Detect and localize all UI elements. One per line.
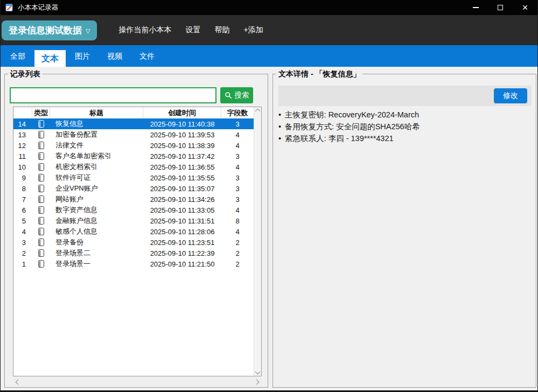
column-header[interactable]: 创建时间 (143, 107, 221, 118)
row-field-count: 3 (221, 152, 254, 160)
type-cell (32, 120, 50, 128)
tab-files[interactable]: 文件 (131, 45, 163, 67)
row-field-count: 4 (221, 142, 254, 150)
table-body: 14恢复信息2025-09-10 11:40:38313加密备份配置2025-0… (13, 118, 254, 376)
row-field-count: 4 (221, 228, 254, 236)
scroll-down-icon[interactable] (255, 369, 261, 375)
row-created-time: 2025-09-10 11:37:42 (143, 152, 221, 160)
row-title: 客户名单加密索引 (50, 151, 143, 161)
row-field-count: 4 (221, 163, 254, 171)
tab-text[interactable]: 文本 (34, 50, 66, 67)
search-button-label: 搜索 (235, 90, 249, 100)
notebook-selector-button[interactable]: 登录信息测试数据 ▽ (2, 20, 97, 40)
row-created-time: 2025-09-10 11:35:55 (143, 174, 221, 182)
row-field-count: 4 (221, 206, 254, 214)
type-cell (32, 217, 50, 225)
text-note-icon (38, 228, 44, 235)
column-header[interactable]: 字段数 (221, 107, 254, 118)
table-row[interactable]: 7网站账户2025-09-10 11:34:263 (13, 194, 254, 205)
row-number: 6 (13, 206, 32, 214)
row-created-time: 2025-09-10 11:23:51 (143, 239, 221, 247)
row-created-time: 2025-09-10 11:40:38 (143, 120, 221, 128)
column-header[interactable]: 标题 (50, 107, 143, 118)
app-window: 小本本记录器 × 登录信息测试数据 ▽ 操作当前小本本设置帮助+添加 全部文本图… (0, 0, 538, 392)
row-field-count: 3 (221, 120, 254, 128)
row-number: 2 (13, 249, 32, 257)
row-field-count: 3 (221, 195, 254, 204)
row-number: 13 (13, 131, 32, 139)
row-title: 金融账户信息 (50, 216, 143, 226)
table-row[interactable]: 8企业VPN账户2025-09-10 11:35:073 (13, 183, 254, 194)
row-number: 7 (13, 195, 32, 204)
table-row[interactable]: 12法律文件2025-09-10 11:38:394 (13, 140, 254, 151)
text-note-icon (38, 152, 44, 160)
row-title: 网站账户 (50, 194, 143, 204)
record-list-title: 记录列表 (8, 69, 43, 79)
main-content: 记录列表 搜索 类型标题创建时间字段数 14恢复信息2025-09-10 11:… (1, 67, 537, 392)
table-row[interactable]: 10机密文档索引2025-09-10 11:36:554 (13, 162, 254, 172)
detail-item: 主恢复密钥: RecoveryKey-2024-March (278, 109, 420, 121)
row-field-count: 2 (221, 249, 254, 257)
scroll-right-icon[interactable] (254, 379, 260, 384)
type-cell (32, 228, 50, 235)
type-cell (32, 131, 50, 138)
toolbar-menu: 操作当前小本本设置帮助+添加 (118, 25, 263, 35)
table-row[interactable]: 11客户名单加密索引2025-09-10 11:37:423 (13, 151, 254, 162)
record-table: 类型标题创建时间字段数 14恢复信息2025-09-10 11:40:38313… (13, 107, 262, 376)
text-note-icon (38, 185, 44, 192)
horizontal-scrollbar[interactable] (13, 377, 262, 386)
search-input[interactable] (10, 87, 216, 103)
scroll-left-icon[interactable] (16, 379, 21, 384)
row-created-time: 2025-09-10 11:21:50 (143, 260, 221, 268)
table-row[interactable]: 13加密备份配置2025-09-10 11:39:534 (13, 129, 254, 140)
search-button[interactable]: 搜索 (220, 87, 253, 103)
minimize-button[interactable] (463, 0, 488, 15)
edit-button[interactable]: 修改 (494, 88, 527, 103)
table-row[interactable]: 3登录备份2025-09-10 11:23:512 (13, 237, 254, 248)
maximize-button[interactable] (488, 0, 513, 15)
row-number: 9 (13, 174, 32, 182)
menu-settings[interactable]: 设置 (185, 25, 200, 35)
row-number: 14 (13, 120, 32, 128)
text-note-icon (38, 131, 44, 138)
tab-all[interactable]: 全部 (2, 45, 33, 67)
tab-images[interactable]: 图片 (67, 45, 98, 67)
row-created-time: 2025-09-10 11:38:39 (143, 142, 221, 150)
row-title: 软件许可证 (50, 173, 143, 183)
column-header[interactable] (13, 107, 32, 118)
text-note-icon (38, 217, 44, 225)
text-note-icon (38, 120, 44, 128)
table-row[interactable]: 2登录场景二2025-09-10 11:22:392 (13, 248, 254, 258)
table-row[interactable]: 4敏感个人信息2025-09-10 11:28:064 (13, 226, 254, 237)
text-note-icon (38, 174, 44, 181)
row-number: 1 (13, 260, 32, 268)
menu-help[interactable]: 帮助 (214, 25, 229, 35)
column-header[interactable]: 类型 (32, 107, 50, 118)
text-note-icon (38, 249, 44, 257)
type-cell (32, 260, 50, 268)
record-list-panel: 记录列表 搜索 类型标题创建时间字段数 14恢复信息2025-09-10 11:… (4, 74, 268, 388)
vertical-scrollbar[interactable] (254, 107, 261, 376)
close-button[interactable]: × (513, 0, 537, 15)
menu-operate-notebook[interactable]: 操作当前小本本 (118, 25, 171, 35)
row-field-count: 4 (221, 131, 254, 139)
window-title: 小本本记录器 (18, 3, 58, 12)
row-number: 10 (13, 163, 32, 171)
row-title: 法律文件 (50, 141, 143, 150)
table-row[interactable]: 6数字资产信息2025-09-10 11:33:054 (13, 205, 254, 215)
window-controls: × (463, 0, 537, 15)
text-note-icon (38, 206, 44, 214)
notebook-selector-label: 登录信息测试数据 (9, 24, 82, 37)
tab-videos[interactable]: 视频 (99, 45, 130, 67)
menu-add[interactable]: +添加 (243, 25, 263, 35)
row-created-time: 2025-09-10 11:33:05 (143, 206, 221, 214)
table-row[interactable]: 1登录场景一2025-09-10 11:21:502 (13, 258, 254, 269)
row-number: 3 (13, 239, 32, 247)
table-row[interactable]: 9软件许可证2025-09-10 11:35:553 (13, 172, 254, 183)
scroll-up-icon[interactable] (255, 109, 261, 114)
row-number: 8 (13, 185, 32, 193)
table-row[interactable]: 14恢复信息2025-09-10 11:40:383 (13, 118, 254, 129)
type-cell (32, 152, 50, 160)
table-row[interactable]: 5金融账户信息2025-09-10 11:31:518 (13, 215, 254, 226)
row-title: 加密备份配置 (50, 130, 143, 139)
